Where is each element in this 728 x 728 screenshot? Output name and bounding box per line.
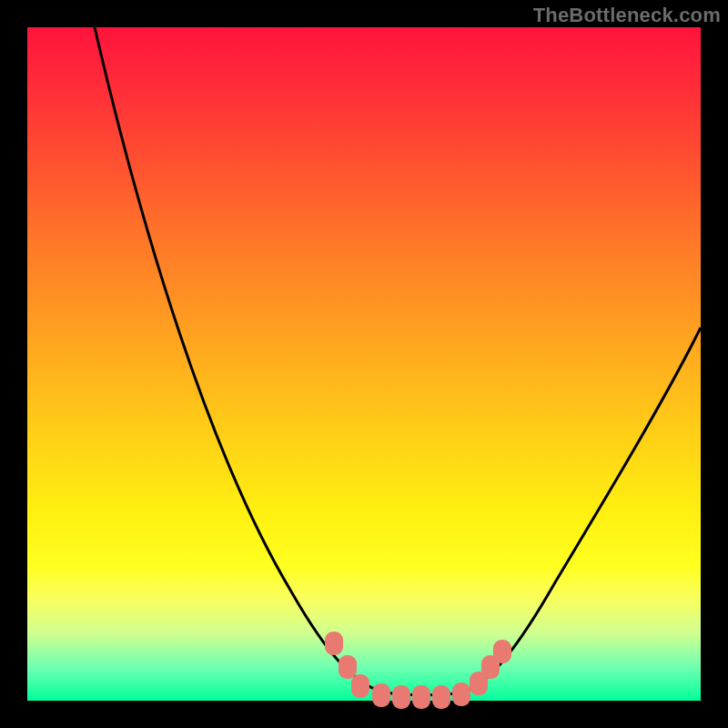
curve-marker — [432, 685, 450, 709]
curve-marker — [351, 674, 369, 698]
curve-marker — [412, 685, 430, 709]
outer-frame: TheBottleneck.com — [0, 0, 728, 728]
left-curve-path — [95, 27, 382, 692]
curve-marker — [325, 632, 343, 655]
curve-marker — [392, 685, 410, 709]
watermark-text: TheBottleneck.com — [533, 4, 721, 27]
right-curve-path — [466, 328, 701, 692]
curve-marker — [372, 683, 390, 707]
curve-layer — [27, 27, 701, 701]
plot-area — [27, 27, 701, 701]
curve-marker — [452, 682, 470, 706]
curve-marker — [493, 640, 511, 663]
